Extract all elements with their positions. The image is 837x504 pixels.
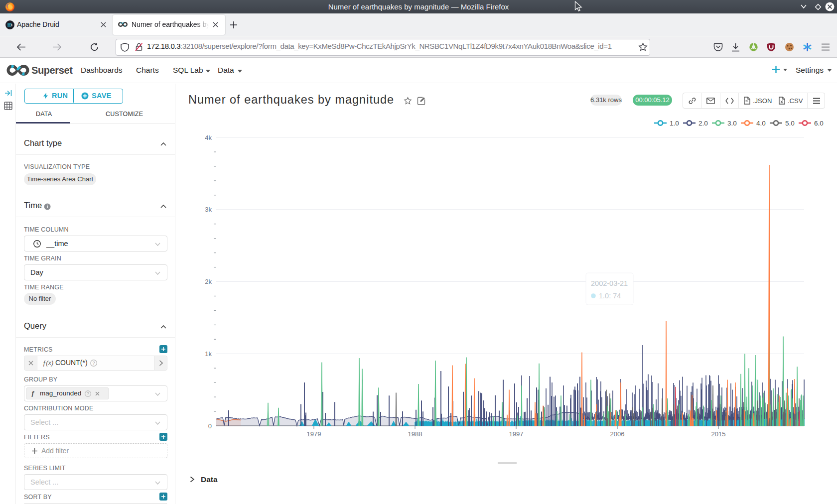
svg-text:0: 0 <box>208 422 212 430</box>
svg-text:1.0: 74: 1.0: 74 <box>599 292 621 300</box>
svg-text:1997: 1997 <box>509 430 524 438</box>
svg-text:1979: 1979 <box>307 430 321 438</box>
svg-text:?: ? <box>87 391 89 396</box>
svg-text:2002-03-21: 2002-03-21 <box>591 279 628 287</box>
svg-text:2015: 2015 <box>711 430 726 438</box>
svg-text:1988: 1988 <box>408 430 422 438</box>
svg-text:?: ? <box>92 361 95 366</box>
svg-text:2k: 2k <box>205 278 212 285</box>
svg-text:4k: 4k <box>205 134 212 141</box>
svg-text:2006: 2006 <box>610 430 625 438</box>
svg-text:3k: 3k <box>205 206 212 213</box>
svg-text:1k: 1k <box>205 350 212 358</box>
